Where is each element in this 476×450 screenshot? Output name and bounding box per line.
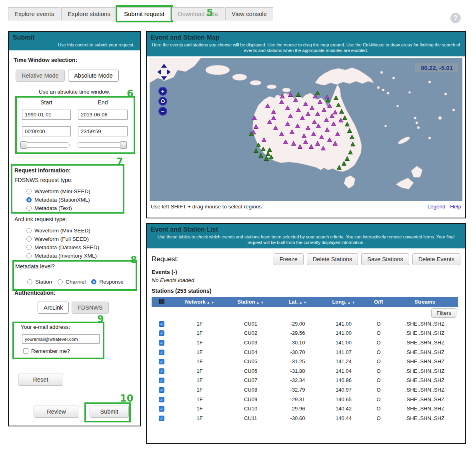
- fdsnws-auth-tab[interactable]: FDSNWS: [72, 302, 109, 314]
- station-checkbox[interactable]: ✓: [159, 387, 164, 393]
- review-button[interactable]: Review: [34, 406, 79, 418]
- freeze-button[interactable]: Freeze: [274, 253, 304, 265]
- sort-asc-icon[interactable]: ▲: [256, 301, 260, 304]
- radio-icon[interactable]: [58, 279, 63, 284]
- reset-button[interactable]: Reset: [18, 374, 63, 386]
- radio-option-waveform-full-seed-[interactable]: Waveform (Full SEED): [26, 235, 99, 243]
- station-cell: 140.44: [322, 415, 366, 421]
- list-panel: Event and Station List Use these tables …: [146, 223, 466, 444]
- station-cell: O: [366, 330, 392, 336]
- station-cell: -31.25: [274, 358, 322, 364]
- station-cell: CU11: [228, 415, 274, 421]
- request-info-heading: Request Information:: [14, 167, 71, 174]
- column-header-station[interactable]: Station: [238, 299, 255, 305]
- sort-asc-icon[interactable]: ▲: [299, 301, 302, 304]
- end-date-input[interactable]: [78, 110, 128, 120]
- radio-icon[interactable]: [26, 206, 32, 211]
- station-cell: O: [366, 415, 392, 421]
- sort-desc-icon[interactable]: ▼: [211, 301, 214, 304]
- absolute-mode-button[interactable]: Absolute Mode: [68, 70, 119, 82]
- sort-asc-icon[interactable]: ▲: [348, 301, 351, 304]
- remember-me-label: Remember me?: [31, 348, 70, 354]
- station-cell: 1F: [172, 406, 228, 412]
- radio-option-channel[interactable]: Channel: [58, 278, 86, 286]
- radio-label: Response: [99, 279, 124, 285]
- zoom-out-button[interactable]: −: [158, 107, 167, 116]
- radio-icon[interactable]: [26, 197, 32, 202]
- help-icon[interactable]: ?: [450, 13, 461, 23]
- station-checkbox[interactable]: ✓: [159, 416, 164, 421]
- nav-tab-explore-stations[interactable]: Explore stations: [61, 7, 117, 20]
- radio-option-response[interactable]: Response: [91, 278, 124, 286]
- station-checkbox[interactable]: ✓: [159, 350, 164, 355]
- station-cell: 1F: [172, 377, 228, 383]
- radio-icon[interactable]: [26, 228, 32, 233]
- column-header-or[interactable]: O/R: [374, 299, 383, 305]
- submit-button[interactable]: Submit: [90, 406, 129, 418]
- end-slider-handle[interactable]: [120, 141, 127, 149]
- radio-option-metadata-dataless-seed-[interactable]: Metadata (Dataless SEED): [26, 243, 99, 252]
- arclink-auth-tab[interactable]: ArcLink: [38, 302, 69, 314]
- delete-stations-button[interactable]: Delete Stations: [307, 253, 358, 265]
- station-checkbox[interactable]: ✓: [159, 378, 164, 383]
- radio-option-station[interactable]: Station: [27, 278, 52, 286]
- station-checkbox[interactable]: ✓: [159, 321, 164, 327]
- station-checkbox[interactable]: ✓: [159, 340, 164, 346]
- radio-icon[interactable]: [26, 245, 32, 250]
- station-row: ✓1FCU11-30.60140.44O.SHE,.SHN,.SHZ: [152, 414, 458, 423]
- radio-icon[interactable]: [91, 279, 96, 284]
- email-input[interactable]: [22, 334, 100, 344]
- delete-events-button[interactable]: Delete Events: [412, 253, 460, 265]
- radio-option-metadata-stationxml-[interactable]: Metadata (StationXML): [26, 196, 90, 204]
- zoom-world-button[interactable]: [158, 97, 167, 106]
- nav-tab-explore-events[interactable]: Explore events: [8, 7, 60, 20]
- start-slider[interactable]: [20, 142, 70, 148]
- map-svg: [150, 58, 462, 201]
- station-checkbox[interactable]: ✓: [159, 368, 164, 374]
- metadata-level-options: StationChannelResponse: [27, 278, 129, 286]
- radio-option-waveform-mini-seed-[interactable]: Waveform (Mini-SEED): [26, 187, 90, 196]
- map-help-link[interactable]: Help: [450, 204, 461, 210]
- list-panel-header: Event and Station List Use these tables …: [147, 224, 465, 248]
- sort-desc-icon[interactable]: ▼: [352, 301, 355, 304]
- column-header-network[interactable]: Network: [185, 299, 205, 305]
- start-time-input[interactable]: [22, 126, 71, 136]
- station-cell: 140.42: [322, 406, 366, 412]
- pan-control[interactable]: [156, 63, 172, 83]
- nav-tab-view-console[interactable]: View console: [225, 7, 273, 20]
- station-checkbox[interactable]: ✓: [159, 359, 164, 364]
- remember-me-row[interactable]: Remember me?: [23, 348, 70, 354]
- radio-option-metadata-text-[interactable]: Metadata (Text): [26, 204, 90, 212]
- radio-icon[interactable]: [26, 189, 32, 194]
- station-checkbox[interactable]: ✓: [159, 397, 164, 402]
- radio-option-waveform-mini-seed-[interactable]: Waveform (Mini-SEED): [26, 226, 99, 235]
- filters-button[interactable]: Filters: [431, 308, 456, 318]
- station-checkbox[interactable]: ✓: [159, 330, 164, 336]
- end-time-input[interactable]: [78, 126, 128, 136]
- select-all-checkbox[interactable]: [159, 299, 164, 304]
- map-canvas[interactable]: 90.22, -5.01 + −: [150, 58, 462, 201]
- zoom-in-button[interactable]: +: [158, 87, 167, 96]
- sort-desc-icon[interactable]: ▼: [261, 301, 264, 304]
- remember-me-checkbox[interactable]: [23, 348, 28, 354]
- sort-asc-icon[interactable]: ▲: [207, 301, 210, 304]
- column-header-streams[interactable]: Streams: [414, 299, 435, 305]
- end-slider[interactable]: [77, 142, 127, 148]
- start-date-input[interactable]: [22, 110, 71, 120]
- station-checkbox[interactable]: ✓: [159, 406, 164, 412]
- radio-icon[interactable]: [26, 253, 32, 258]
- save-stations-button[interactable]: Save Stations: [361, 253, 409, 265]
- station-row: ✓1FCU03-30.10141.00O.SHE,.SHN,.SHZ: [152, 338, 458, 348]
- column-header-long[interactable]: Long.: [332, 299, 346, 305]
- legend-link[interactable]: Legend: [427, 204, 445, 210]
- sort-desc-icon[interactable]: ▼: [304, 301, 307, 304]
- radio-icon[interactable]: [27, 279, 32, 284]
- relative-mode-button[interactable]: Relative Mode: [16, 70, 65, 82]
- station-cell: O: [366, 321, 392, 327]
- radio-option-metadata-inventory-xml-[interactable]: Metadata (Inventory XML): [26, 252, 99, 260]
- nav-tab-submit-request[interactable]: Submit request: [118, 7, 171, 20]
- radio-icon[interactable]: [26, 236, 32, 242]
- email-label: Your e-mail address:: [21, 324, 70, 330]
- column-header-lat[interactable]: Lat.: [289, 299, 298, 305]
- start-slider-handle[interactable]: [20, 141, 27, 149]
